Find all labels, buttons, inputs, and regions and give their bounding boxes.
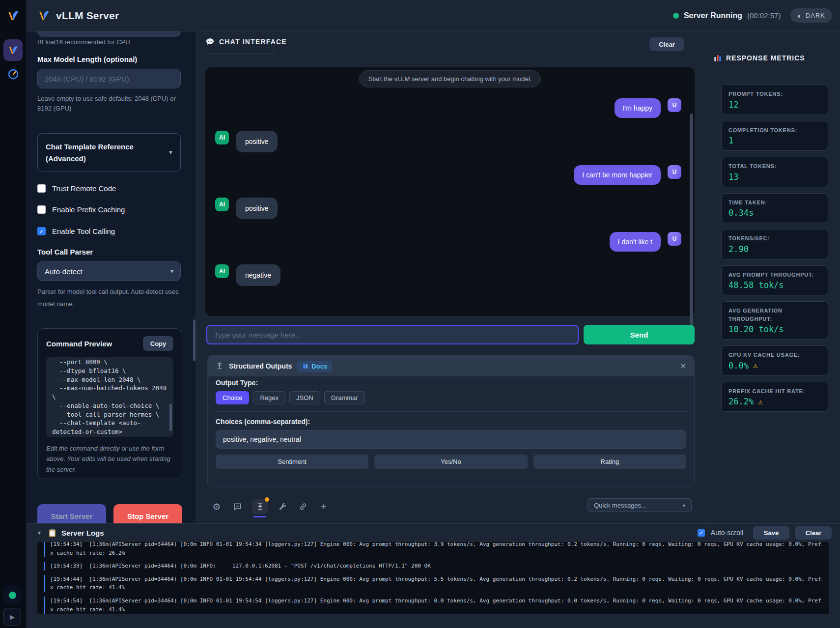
rail-item-server[interactable] xyxy=(3,39,23,61)
command-preview-title: Command Preview xyxy=(46,340,112,348)
message-input[interactable] xyxy=(206,325,579,344)
server-status-dot-icon xyxy=(673,13,679,19)
enable-prefix-caching-label: Enable Prefix Caching xyxy=(52,205,125,214)
send-button[interactable]: Send xyxy=(584,325,695,344)
metric-value: 0.0%⚠ xyxy=(728,361,821,371)
output-type-regex[interactable]: Regex xyxy=(253,391,285,404)
divider xyxy=(588,494,693,494)
metric-avg-prompt-throughput: AVG PROMPT THROUGHPUT: 48.58 tok/s xyxy=(721,265,828,296)
chat-clear-button[interactable]: Clear xyxy=(649,37,684,51)
ai-avatar: AI xyxy=(215,264,229,278)
metric-label: PROMPT TOKENS: xyxy=(728,90,821,98)
auto-scroll-checkbox[interactable]: ✓ xyxy=(698,529,705,537)
command-preview-code: --port 8000 \ --dtype bfloat16 \ --max-m… xyxy=(52,358,168,436)
max-model-length-label: Max Model Length (optional) xyxy=(37,55,137,63)
ai-message-bubble: positive xyxy=(236,131,278,152)
rail-status-tile xyxy=(3,586,22,604)
structured-outputs-card: Structured Outputs Docs ✕ Output Type: C… xyxy=(207,355,695,487)
enable-prefix-caching-row[interactable]: Enable Prefix Caching xyxy=(37,205,125,214)
structured-outputs-title: Structured Outputs xyxy=(229,362,292,370)
chat-header: CHAT INTERFACE xyxy=(205,37,287,46)
output-type-label: Output Type: xyxy=(216,379,686,387)
output-type-json[interactable]: JSON xyxy=(289,391,320,404)
divider xyxy=(216,411,686,412)
quick-messages-select[interactable]: Quick messages... ▾ xyxy=(588,498,692,512)
metric-total-tokens: TOTAL TOKENS: 13 xyxy=(721,157,828,187)
dtype-select-partial[interactable] xyxy=(37,31,181,37)
logs-save-button[interactable]: Save xyxy=(753,526,789,540)
gauge-icon[interactable] xyxy=(7,68,19,80)
metric-label: PREFIX CACHE HIT RATE: xyxy=(728,387,821,396)
trust-remote-code-row[interactable]: Trust Remote Code xyxy=(37,184,116,193)
system-message: Start the vLLM server and begin chatting… xyxy=(359,70,541,87)
ai-avatar: AI xyxy=(215,131,229,144)
user-message-bubble: I can't be more happier xyxy=(574,165,661,185)
theme-toggle-button[interactable]: ◐ DARK xyxy=(790,8,832,23)
log-output[interactable]: [19:54:34] [1;36m(APIServer pid=34464) [… xyxy=(37,542,829,615)
metric-value: 1 xyxy=(728,136,821,145)
app-title: vLLM Server xyxy=(56,10,119,22)
server-logs-controls: ✓ Auto-scroll Save Clear xyxy=(698,526,832,540)
max-model-length-help: Leave empty to use safe defaults: 2048 (… xyxy=(37,94,181,114)
preset-sentiment-button[interactable]: Sentiment xyxy=(216,455,368,469)
logs-clear-button[interactable]: Clear xyxy=(795,526,832,540)
tool-call-parser-select[interactable]: Auto-detect ▾ xyxy=(37,261,181,281)
metric-label: AVG PROMPT THROUGHPUT: xyxy=(728,271,821,279)
ai-avatar: AI xyxy=(215,198,229,211)
warning-icon: ⚠ xyxy=(758,397,763,406)
docs-label: Docs xyxy=(311,363,327,370)
structured-outputs-icon xyxy=(256,503,264,511)
tool-call-parser-label: Tool Call Parser xyxy=(37,248,93,256)
output-type-choice[interactable]: Choice xyxy=(216,391,249,404)
link-icon[interactable] xyxy=(297,501,309,513)
enable-prefix-caching-checkbox[interactable] xyxy=(37,205,46,214)
vllm-server-app: ▶ vLLM Server Server Running (00:02:57) … xyxy=(0,0,840,628)
log-entry: [19:54:44] [1;36m(APIServer pid=34464) [… xyxy=(44,575,822,592)
user-avatar: U xyxy=(668,165,681,179)
command-preview-code-box[interactable]: --port 8000 \ --dtype bfloat16 \ --max-m… xyxy=(46,357,173,437)
user-avatar: U xyxy=(668,98,681,112)
play-button[interactable]: ▶ xyxy=(3,608,21,626)
choices-label: Choices (comma-separated): xyxy=(216,418,686,426)
structured-outputs-toggle[interactable] xyxy=(252,499,268,514)
metric-label: COMPLETION TOKENS: xyxy=(728,126,821,135)
settings-gear-icon[interactable]: ⚙ xyxy=(211,501,223,513)
plus-icon[interactable]: + xyxy=(318,501,330,513)
chat-title-underline xyxy=(205,53,275,54)
enable-tool-calling-label: Enable Tool Calling xyxy=(52,227,115,235)
trust-remote-code-label: Trust Remote Code xyxy=(52,184,116,193)
choices-input[interactable] xyxy=(216,430,686,449)
wrench-icon[interactable] xyxy=(277,501,288,513)
message-row: I can't be more happier U xyxy=(205,165,695,185)
metric-label: TOKENS/SEC: xyxy=(728,234,821,243)
max-model-length-input[interactable] xyxy=(37,69,181,88)
quick-messages-value: Quick messages... xyxy=(594,502,646,509)
messages-scrollbar[interactable] xyxy=(690,114,693,337)
command-code-scrollbar[interactable] xyxy=(169,404,172,431)
docs-link[interactable]: Docs xyxy=(297,361,332,372)
chat-template-reference-toggle[interactable]: Chat Template Reference (Advanced) ▼ xyxy=(37,133,181,172)
half-moon-icon: ◐ xyxy=(797,12,802,20)
structured-outputs-icon xyxy=(216,362,224,370)
metric-value: 2.90 xyxy=(728,244,821,254)
enable-tool-calling-checkbox[interactable]: ✓ xyxy=(37,227,46,235)
enable-tool-calling-row[interactable]: ✓ Enable Tool Calling xyxy=(37,227,115,235)
message-square-icon[interactable] xyxy=(231,501,243,513)
metric-tokens-per-sec: TOKENS/SEC: 2.90 xyxy=(721,229,828,259)
copy-button[interactable]: Copy xyxy=(143,336,173,351)
metric-time-taken: TIME TAKEN: 0.34s xyxy=(721,193,828,224)
speech-bubble-icon xyxy=(205,37,215,46)
preset-rating-button[interactable]: Rating xyxy=(533,455,686,469)
ai-message-bubble: negative xyxy=(236,264,280,286)
metric-gpu-kv-cache-usage: GPU KV CACHE USAGE: 0.0%⚠ xyxy=(721,345,828,376)
close-icon[interactable]: ✕ xyxy=(680,362,686,371)
clipboard-icon xyxy=(48,528,56,538)
chat-title: CHAT INTERFACE xyxy=(219,38,287,46)
metric-label: AVG GENERATION THROUGHPUT: xyxy=(728,307,821,323)
top-bar-right: Server Running (00:02:57) ◐ DARK xyxy=(673,8,832,23)
preset-yesno-button[interactable]: Yes/No xyxy=(374,455,527,469)
output-type-grammar[interactable]: Grammar xyxy=(324,391,365,404)
trust-remote-code-checkbox[interactable] xyxy=(37,184,46,193)
server-logs-header: ▼ Server Logs ✓ Auto-scroll Save Clear xyxy=(26,524,840,542)
collapse-triangle-icon[interactable]: ▼ xyxy=(37,530,42,536)
